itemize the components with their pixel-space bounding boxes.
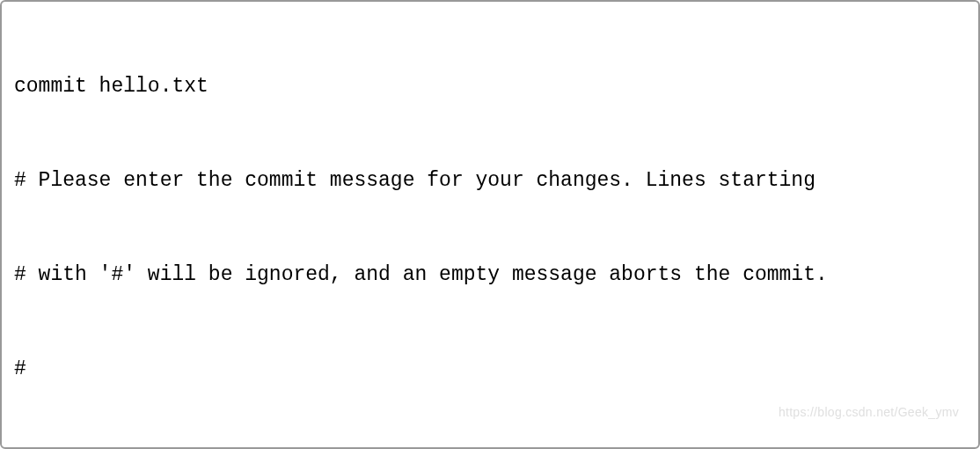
comment-line: # [14,354,966,386]
comment-line: # with '#' will be ignored, and an empty… [14,260,966,291]
commit-message-line[interactable]: commit hello.txt [14,71,966,103]
comment-line: # Please enter the commit message for yo… [14,166,966,197]
commit-editor[interactable]: commit hello.txt # Please enter the comm… [14,9,966,449]
watermark-text: https://blog.csdn.net/Geek_ymv [779,403,959,423]
